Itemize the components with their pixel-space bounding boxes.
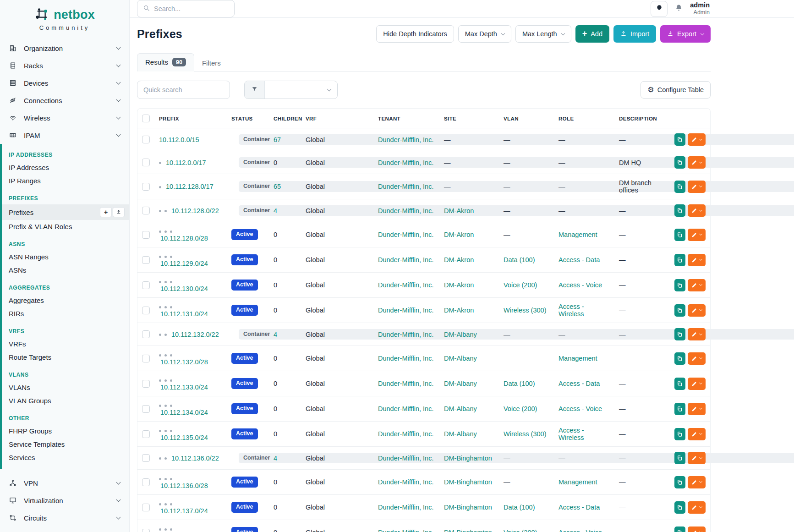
sidebar-item-route-targets[interactable]: Route Targets bbox=[2, 351, 129, 364]
clone-button[interactable] bbox=[674, 476, 685, 488]
sidebar-item-fhrp-groups[interactable]: FHRP Groups bbox=[2, 424, 129, 438]
edit-button[interactable] bbox=[688, 452, 706, 464]
edit-button[interactable] bbox=[688, 403, 706, 415]
sidebar-item-service-templates[interactable]: Service Templates bbox=[2, 438, 129, 451]
sidebar-item-ip-addresses[interactable]: IP Addresses bbox=[2, 161, 129, 174]
import-button[interactable]: Import bbox=[613, 25, 656, 43]
tenant-link[interactable]: Dunder-Mifflin, Inc. bbox=[378, 331, 433, 338]
tenant-link[interactable]: Dunder-Mifflin, Inc. bbox=[378, 183, 433, 190]
role-link[interactable]: Access - Data bbox=[559, 256, 600, 263]
role-link[interactable]: Management bbox=[559, 355, 597, 362]
clone-button[interactable] bbox=[674, 254, 685, 266]
sidebar-item-aggregates[interactable]: Aggregates bbox=[2, 294, 129, 307]
site-link[interactable]: DM-Albany bbox=[444, 331, 477, 338]
children-count-link[interactable]: 65 bbox=[274, 183, 281, 190]
sidebar-item-asn-ranges[interactable]: ASN Ranges bbox=[2, 250, 129, 263]
prefix-link[interactable]: 10.112.128.0/28 bbox=[160, 235, 208, 242]
row-checkbox[interactable] bbox=[142, 183, 150, 191]
select-all-checkbox[interactable] bbox=[142, 115, 150, 122]
clone-button[interactable] bbox=[674, 501, 685, 514]
edit-button[interactable] bbox=[688, 279, 706, 291]
clone-button[interactable] bbox=[674, 403, 685, 415]
sidebar-item-vrfs[interactable]: VRFs bbox=[2, 337, 129, 351]
tab-results[interactable]: Results 90 bbox=[137, 53, 194, 71]
vlan-link[interactable]: Data (100) bbox=[504, 380, 535, 387]
row-checkbox[interactable] bbox=[142, 136, 150, 143]
site-link[interactable]: DM-Binghamton bbox=[444, 478, 492, 486]
site-link[interactable]: DM-Binghamton bbox=[444, 529, 492, 532]
row-checkbox[interactable] bbox=[142, 256, 150, 264]
prefix-link[interactable]: 10.112.134.0/24 bbox=[160, 409, 208, 416]
clone-button[interactable] bbox=[674, 452, 685, 464]
prefix-link[interactable]: 10.112.132.0/28 bbox=[160, 358, 208, 366]
sidebar-item-connections[interactable]: Connections bbox=[0, 92, 129, 109]
sidebar-item-circuits[interactable]: Circuits bbox=[0, 509, 129, 527]
row-checkbox[interactable] bbox=[142, 159, 150, 166]
edit-button[interactable] bbox=[688, 352, 706, 365]
edit-button[interactable] bbox=[688, 527, 706, 532]
tenant-link[interactable]: Dunder-Mifflin, Inc. bbox=[378, 355, 433, 362]
prefix-link[interactable]: 10.112.136.0/28 bbox=[160, 482, 208, 489]
edit-button[interactable] bbox=[688, 328, 706, 340]
configure-table-button[interactable]: ⚙ Configure Table bbox=[641, 81, 711, 99]
edit-button[interactable] bbox=[688, 501, 706, 514]
role-link[interactable]: Access - Data bbox=[559, 504, 600, 511]
site-link[interactable]: DM-Akron bbox=[444, 231, 474, 238]
vlan-link[interactable]: Voice (200) bbox=[504, 281, 537, 289]
global-search[interactable] bbox=[137, 0, 235, 17]
sidebar-item-vlan-groups[interactable]: VLAN Groups bbox=[2, 394, 129, 407]
clone-button[interactable] bbox=[674, 378, 685, 390]
sidebar-item-vpn[interactable]: VPN bbox=[0, 474, 129, 492]
edit-button[interactable] bbox=[688, 156, 706, 169]
site-link[interactable]: DM-Albany bbox=[444, 355, 477, 362]
notifications-bell-icon[interactable] bbox=[674, 4, 683, 14]
row-checkbox[interactable] bbox=[142, 281, 150, 289]
sidebar-item-services[interactable]: Services bbox=[2, 451, 129, 464]
sidebar-item-prefix-vlan-roles[interactable]: Prefix & VLAN Roles bbox=[2, 220, 129, 233]
site-link[interactable]: DM-Binghamton bbox=[444, 455, 492, 462]
clone-button[interactable] bbox=[674, 156, 685, 169]
tenant-link[interactable]: Dunder-Mifflin, Inc. bbox=[378, 405, 433, 412]
vlan-link[interactable]: Voice (200) bbox=[504, 405, 537, 412]
site-link[interactable]: DM-Akron bbox=[444, 256, 474, 263]
prefix-link[interactable]: 10.112.130.0/24 bbox=[160, 285, 208, 292]
clone-button[interactable] bbox=[674, 304, 685, 317]
tenant-link[interactable]: Dunder-Mifflin, Inc. bbox=[378, 529, 433, 532]
max-length-dropdown[interactable]: Max Length bbox=[515, 25, 571, 43]
tenant-link[interactable]: Dunder-Mifflin, Inc. bbox=[378, 430, 433, 438]
prefix-link[interactable]: 10.112.137.0/24 bbox=[160, 507, 208, 515]
site-link[interactable]: DM-Albany bbox=[444, 405, 477, 412]
quick-import-button[interactable] bbox=[113, 207, 125, 217]
sidebar-item-asns[interactable]: ASNs bbox=[2, 263, 129, 277]
row-checkbox[interactable] bbox=[142, 355, 150, 362]
edit-button[interactable] bbox=[688, 229, 706, 241]
row-checkbox[interactable] bbox=[142, 380, 150, 388]
clone-button[interactable] bbox=[674, 133, 685, 146]
netbox-logo[interactable]: netbox bbox=[0, 0, 129, 23]
row-checkbox[interactable] bbox=[142, 478, 150, 486]
edit-button[interactable] bbox=[688, 428, 706, 440]
quick-add-button[interactable]: + bbox=[100, 207, 112, 217]
vlan-link[interactable]: Data (100) bbox=[504, 504, 535, 511]
edit-button[interactable] bbox=[688, 181, 706, 193]
prefix-link[interactable]: 10.112.131.0/24 bbox=[160, 310, 208, 318]
site-link[interactable]: DM-Akron bbox=[444, 281, 474, 289]
prefix-link[interactable]: 10.112.0.0/15 bbox=[159, 136, 199, 143]
tenant-link[interactable]: Dunder-Mifflin, Inc. bbox=[378, 159, 433, 166]
tenant-link[interactable]: Dunder-Mifflin, Inc. bbox=[378, 504, 433, 511]
clone-button[interactable] bbox=[674, 527, 685, 532]
children-count-link[interactable]: 4 bbox=[274, 455, 277, 462]
vlan-link[interactable]: Wireless (300) bbox=[504, 430, 546, 438]
tenant-link[interactable]: Dunder-Mifflin, Inc. bbox=[378, 281, 433, 289]
add-button[interactable]: + Add bbox=[575, 25, 609, 43]
row-checkbox[interactable] bbox=[142, 207, 150, 214]
vlan-link[interactable]: Voice (200) bbox=[504, 529, 537, 532]
role-link[interactable]: Management bbox=[559, 231, 597, 238]
role-link[interactable]: Access - Voice bbox=[559, 405, 602, 412]
sidebar-item-prefixes[interactable]: Prefixes+ bbox=[2, 204, 129, 220]
site-link[interactable]: DM-Akron bbox=[444, 207, 474, 214]
sidebar-item-virtualization[interactable]: Virtualization bbox=[0, 492, 129, 509]
role-link[interactable]: Access - Data bbox=[559, 380, 600, 387]
clone-button[interactable] bbox=[674, 229, 685, 241]
prefix-link[interactable]: 10.112.0.0/17 bbox=[166, 159, 206, 166]
